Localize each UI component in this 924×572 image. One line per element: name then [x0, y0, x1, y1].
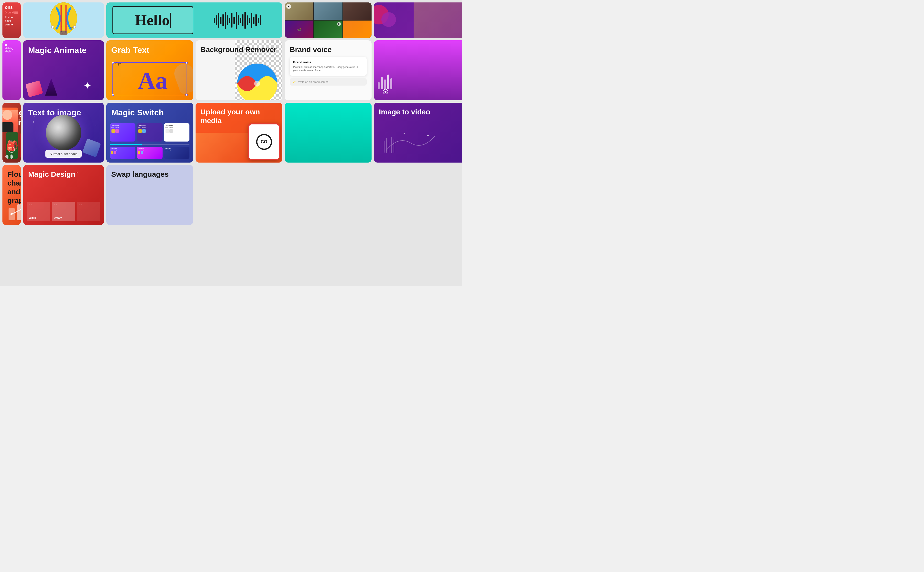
card-brand-voice[interactable]: Brand voice Brand voice Playful or profe… [285, 40, 371, 100]
switch-mini-1: Transform your design [110, 123, 135, 141]
svg-text:✦: ✦ [403, 132, 405, 135]
r1c1-feel: Feel whaveconne [5, 16, 18, 26]
aa-text: Aa [138, 68, 168, 93]
upload-logo-text: CO [261, 139, 267, 145]
sparkle-icon: ✦ [83, 81, 92, 90]
space-input-box[interactable]: Surreal outer space [45, 150, 82, 158]
card-upload-media[interactable]: Upload your own media CO [196, 103, 282, 163]
switch-cards-grid: Transform your design Transform your des… [110, 123, 189, 159]
red-backpack-icon: 🎒 [20, 140, 21, 151]
grab-text-title: Grab Text [111, 45, 188, 55]
svg-rect-23 [244, 12, 246, 29]
svg-point-50 [87, 113, 87, 114]
play-btn-1[interactable]: ▶ [286, 4, 291, 9]
card-person: ⊂⊃ [374, 2, 462, 38]
switch-mini-4: Transform your design [110, 147, 135, 159]
trademark-symbol: ™ [75, 171, 78, 175]
svg-rect-11 [218, 13, 219, 28]
brand-voice-title: Brand voice [290, 45, 366, 54]
brand-voice-inner-card: Brand voice Playful or professional? App… [290, 57, 366, 76]
design-card-witya: ⊂⊃ Witya [27, 202, 50, 221]
card-magic-design[interactable]: Magic Design™ ⊂⊃ Witya ⊂⊃ Dream ⊂⊃ [23, 165, 104, 225]
card-balloon: ☞ [23, 2, 104, 38]
svg-rect-12 [220, 17, 222, 24]
card-image-grid: ▶ 🦋 ▶ [285, 2, 371, 38]
cursor-hand-icon: ☞ [68, 25, 74, 32]
svg-text:✦: ✦ [32, 121, 34, 123]
card-r3c1 [374, 40, 462, 100]
upload-device: CO [248, 123, 280, 160]
shape-circle-purple [381, 12, 396, 27]
hand-cursor-icon: ☞ [115, 60, 121, 68]
svg-rect-60 [389, 142, 390, 153]
card-flourish[interactable]: Flourish charts and graphs [2, 165, 21, 225]
waveform-left [376, 40, 395, 98]
svg-point-47 [34, 116, 35, 117]
soundwave-svg [214, 11, 262, 30]
svg-rect-66 [17, 204, 21, 220]
svg-rect-45 [11, 154, 12, 159]
person-photo [2, 107, 18, 132]
soundwave-display [198, 10, 279, 30]
magic-design-title: Magic Design™ [28, 170, 99, 179]
svg-rect-25 [249, 18, 250, 23]
text-cursor [170, 13, 171, 28]
upload-overlay [196, 133, 248, 163]
svg-rect-29 [258, 18, 259, 23]
card-r1c1: ons Ground ▓▓ Feel whaveconne [2, 2, 21, 38]
wand-icon: ✨ [293, 80, 296, 84]
chart-container [6, 201, 17, 221]
card-magic-edit[interactable]: Magic Edit 🎒 🎒 [2, 103, 21, 163]
svg-rect-46 [12, 155, 13, 158]
card-image-to-video[interactable]: Image to video ✦ ✦ [374, 103, 462, 163]
svg-rect-24 [247, 16, 248, 25]
image-to-video-title: Image to video [379, 107, 462, 117]
play-btn-2[interactable]: ▶ [337, 22, 341, 26]
card-text-to-image[interactable]: Text to image ✦ ✦ ✦ Surreal outer spa [23, 103, 104, 163]
card-grab-text[interactable]: Grab Text Aa ☞ [106, 40, 193, 100]
card-magic-switch[interactable]: Magic Switch Transform your design Trans… [106, 103, 193, 163]
svg-rect-28 [255, 14, 257, 26]
r2c1-text: o al flying eleph [2, 40, 21, 100]
svg-point-73 [11, 213, 12, 215]
svg-rect-62 [394, 139, 394, 153]
svg-rect-14 [225, 12, 226, 29]
svg-rect-58 [384, 141, 385, 153]
svg-rect-43 [9, 156, 9, 158]
bg-remover-title: Background Remover [200, 45, 278, 54]
svg-rect-41 [6, 155, 7, 158]
svg-rect-35 [384, 79, 386, 89]
brand-voice-input[interactable]: ✨ Write an on-brand compa [290, 78, 366, 85]
bar-chart-svg [6, 201, 21, 220]
r1c1-ground: Ground ▓▓ [5, 11, 18, 14]
swap-languages-title: Swap languages [111, 170, 188, 179]
img-cell-1: ▶ [285, 2, 313, 20]
card-r4c1 [285, 103, 371, 163]
animate-shapes [27, 78, 57, 96]
butterfly-icon: 🦋 [297, 27, 301, 31]
svg-rect-18 [233, 17, 234, 24]
switch-mini-5: Transform your design [137, 147, 162, 159]
svg-rect-10 [216, 16, 217, 25]
design-card-dream: ⊂⊃ Dream [52, 202, 75, 221]
svg-rect-40 [5, 156, 6, 157]
selection-dot-br [185, 93, 188, 96]
card-r2c1: o al flying eleph [2, 40, 21, 100]
animation-path-svg: ✦ ✦ [379, 128, 450, 158]
r1c1-text: ons [5, 5, 18, 10]
design-card-3: ⊂⊃ [77, 202, 100, 221]
card-swap-languages[interactable]: Swap languages [106, 165, 193, 225]
planet-sphere [46, 115, 81, 150]
svg-point-52 [30, 132, 30, 132]
brand-voice-input-text: Write an on-brand compa [298, 81, 329, 83]
svg-rect-26 [251, 13, 252, 28]
progress-bar-bg [110, 144, 189, 145]
card-bg-remover[interactable]: Background Remover [196, 40, 282, 100]
svg-rect-20 [238, 16, 239, 25]
svg-rect-13 [222, 14, 224, 26]
svg-rect-42 [7, 155, 8, 159]
card-magic-animate[interactable]: Magic Animate ✦ [23, 40, 104, 100]
balloon-illustration: ☞ [23, 2, 104, 38]
image-grid: ▶ 🦋 ▶ [285, 2, 371, 38]
backpack-red: 🎒 [20, 132, 21, 159]
